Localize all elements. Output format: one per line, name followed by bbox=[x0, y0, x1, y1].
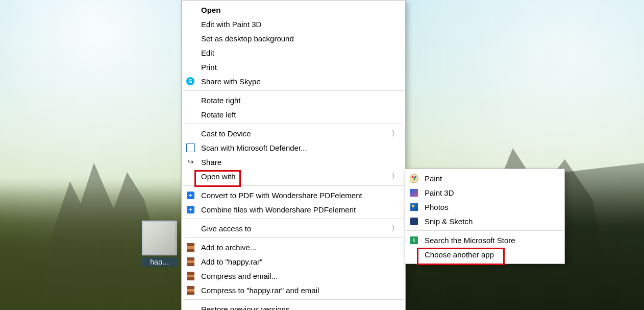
paint-icon bbox=[409, 174, 418, 183]
menu-item-add-archive[interactable]: Add to archive... bbox=[182, 240, 405, 254]
menu-separator bbox=[183, 124, 404, 124]
context-menu: OpenEdit with Paint 3DSet as desktop bac… bbox=[181, 0, 406, 310]
menu-item-search-store[interactable]: ⇩Search the Microsoft Store bbox=[405, 233, 564, 247]
file-thumbnail-icon bbox=[142, 221, 177, 255]
menu-item-label: Restore previous versions bbox=[201, 305, 399, 311]
skype-icon: S bbox=[186, 77, 195, 86]
menu-item-label: Edit with Paint 3D bbox=[201, 20, 399, 29]
menu-item-label: Compress to "happy.rar" and email bbox=[201, 286, 399, 295]
menu-item-print[interactable]: Print bbox=[182, 60, 405, 74]
menu-item-label: Give access to bbox=[201, 224, 391, 233]
menu-item-label: Compress and email... bbox=[201, 272, 399, 280]
menu-item-label: Rotate right bbox=[201, 96, 399, 105]
menu-item-label: Cast to Device bbox=[201, 129, 391, 138]
menu-item-label: Add to archive... bbox=[201, 243, 399, 252]
menu-item-open-with[interactable]: Open with〉 bbox=[182, 169, 405, 183]
menu-item-combine-pdf[interactable]: ✦Combine files with Wondershare PDFeleme… bbox=[182, 202, 405, 217]
menu-item-label: Add to "happy.rar" bbox=[201, 257, 399, 266]
pdf-icon: ✦ bbox=[186, 205, 195, 214]
archive-icon bbox=[186, 285, 195, 295]
menu-item-label: Snip & Sketch bbox=[425, 217, 558, 226]
desktop-file[interactable]: hap… bbox=[142, 221, 178, 267]
menu-item-app-photos[interactable]: Photos bbox=[405, 200, 564, 214]
menu-separator bbox=[183, 90, 404, 91]
menu-item-label: Open with bbox=[201, 172, 391, 181]
chevron-right-icon: 〉 bbox=[391, 129, 399, 138]
menu-item-share-skype[interactable]: SShare with Skype bbox=[182, 74, 405, 88]
menu-item-label: Share with Skype bbox=[201, 77, 399, 86]
menu-item-label: Combine files with Wondershare PDFelemen… bbox=[201, 205, 399, 214]
menu-item-label: Scan with Microsoft Defender... bbox=[201, 144, 399, 152]
menu-item-edit-paint-3d[interactable]: Edit with Paint 3D bbox=[182, 17, 405, 31]
menu-item-label: Photos bbox=[425, 203, 558, 211]
menu-item-restore-versions[interactable]: Restore previous versions bbox=[182, 302, 405, 310]
open-with-submenu: PaintPaint 3DPhotosSnip & Sketch⇩Search … bbox=[405, 169, 565, 264]
menu-item-scan-defender[interactable]: Scan with Microsoft Defender... bbox=[182, 140, 405, 155]
menu-item-compress-happy-email[interactable]: Compress to "happy.rar" and email bbox=[182, 283, 405, 297]
menu-item-app-snip[interactable]: Snip & Sketch bbox=[405, 214, 564, 228]
menu-item-label: Paint 3D bbox=[425, 188, 558, 197]
share-icon: ↪ bbox=[186, 157, 195, 166]
archive-icon bbox=[186, 271, 195, 280]
menu-item-open[interactable]: Open bbox=[182, 3, 405, 17]
menu-item-give-access[interactable]: Give access to〉 bbox=[182, 221, 405, 235]
snip-sketch-icon bbox=[409, 217, 418, 226]
menu-item-app-paint3d[interactable]: Paint 3D bbox=[405, 185, 564, 200]
menu-item-compress-email[interactable]: Compress and email... bbox=[182, 269, 405, 283]
pdf-icon: ✦ bbox=[186, 190, 195, 200]
archive-icon bbox=[186, 243, 195, 252]
menu-item-label: Convert to PDF with Wondershare PDFeleme… bbox=[201, 191, 399, 200]
menu-separator bbox=[183, 237, 404, 238]
photos-icon bbox=[409, 202, 418, 211]
menu-separator bbox=[183, 185, 404, 186]
menu-item-rotate-left[interactable]: Rotate left bbox=[182, 107, 405, 122]
microsoft-store-icon: ⇩ bbox=[409, 235, 418, 245]
menu-item-label: Edit bbox=[201, 49, 399, 57]
chevron-right-icon: 〉 bbox=[391, 224, 399, 233]
menu-item-edit[interactable]: Edit bbox=[182, 45, 405, 60]
menu-separator bbox=[183, 219, 404, 219]
menu-item-share[interactable]: ↪Share bbox=[182, 155, 405, 169]
menu-item-convert-pdf[interactable]: ✦Convert to PDF with Wondershare PDFelem… bbox=[182, 188, 405, 202]
menu-item-label: Paint bbox=[425, 174, 558, 183]
paint3d-icon bbox=[409, 188, 418, 197]
desktop-wallpaper: hap… OpenEdit with Paint 3DSet as deskto… bbox=[0, 0, 644, 310]
menu-separator bbox=[183, 299, 404, 300]
menu-separator bbox=[406, 230, 563, 231]
menu-item-cast-to-device[interactable]: Cast to Device〉 bbox=[182, 126, 405, 140]
menu-item-app-paint[interactable]: Paint bbox=[405, 171, 564, 185]
menu-item-add-happy-rar[interactable]: Add to "happy.rar" bbox=[182, 254, 405, 269]
menu-item-label: Set as desktop background bbox=[201, 34, 399, 43]
shield-icon bbox=[186, 143, 195, 152]
menu-item-label: Choose another app bbox=[425, 250, 558, 259]
menu-item-label: Rotate left bbox=[201, 110, 399, 119]
menu-item-rotate-right[interactable]: Rotate right bbox=[182, 93, 405, 107]
menu-item-choose-another[interactable]: Choose another app bbox=[405, 247, 564, 261]
menu-item-set-desktop-bg[interactable]: Set as desktop background bbox=[182, 31, 405, 45]
menu-item-label: Print bbox=[201, 63, 399, 71]
menu-item-label: Search the Microsoft Store bbox=[425, 236, 558, 245]
menu-item-label: Open bbox=[201, 6, 399, 14]
file-label: hap… bbox=[142, 257, 178, 267]
archive-icon bbox=[186, 257, 195, 266]
chevron-right-icon: 〉 bbox=[391, 172, 399, 181]
menu-item-label: Share bbox=[201, 158, 399, 166]
